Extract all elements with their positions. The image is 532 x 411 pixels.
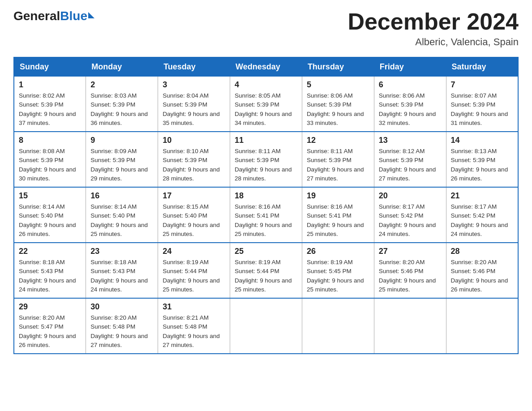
day-info: Sunrise: 8:06 AMSunset: 5:39 PMDaylight:…: [307, 91, 369, 128]
logo: General Blue: [13, 9, 94, 23]
day-info: Sunrise: 8:14 AMSunset: 5:40 PMDaylight:…: [19, 202, 81, 239]
day-info: Sunrise: 8:16 AMSunset: 5:41 PMDaylight:…: [235, 202, 297, 239]
day-number: 17: [163, 191, 225, 201]
day-info: Sunrise: 8:08 AMSunset: 5:39 PMDaylight:…: [19, 147, 81, 183]
day-number: 31: [163, 302, 225, 312]
calendar-cell: 13Sunrise: 8:12 AMSunset: 5:39 PMDayligh…: [374, 132, 446, 187]
day-info: Sunrise: 8:07 AMSunset: 5:39 PMDaylight:…: [451, 91, 513, 128]
header-thursday: Thursday: [302, 57, 374, 77]
calendar-cell: [446, 298, 518, 354]
calendar-cell: 1Sunrise: 8:02 AMSunset: 5:39 PMDaylight…: [14, 77, 86, 132]
calendar-week-row: 15Sunrise: 8:14 AMSunset: 5:40 PMDayligh…: [14, 187, 518, 243]
calendar-cell: 22Sunrise: 8:18 AMSunset: 5:43 PMDayligh…: [14, 243, 86, 298]
day-info: Sunrise: 8:03 AMSunset: 5:39 PMDaylight:…: [90, 91, 153, 128]
calendar-cell: 12Sunrise: 8:11 AMSunset: 5:39 PMDayligh…: [302, 132, 374, 187]
header-sunday: Sunday: [14, 57, 86, 77]
month-title: December 2024: [348, 9, 519, 34]
day-number: 20: [379, 191, 442, 201]
day-info: Sunrise: 8:20 AMSunset: 5:48 PMDaylight:…: [90, 313, 153, 350]
calendar-cell: 7Sunrise: 8:07 AMSunset: 5:39 PMDaylight…: [446, 77, 518, 132]
calendar-cell: 16Sunrise: 8:14 AMSunset: 5:40 PMDayligh…: [86, 187, 158, 243]
logo-general-text: General: [13, 9, 60, 23]
day-info: Sunrise: 8:12 AMSunset: 5:39 PMDaylight:…: [379, 147, 442, 183]
day-number: 14: [451, 136, 513, 145]
header-tuesday: Tuesday: [158, 57, 230, 77]
day-info: Sunrise: 8:13 AMSunset: 5:39 PMDaylight:…: [451, 147, 513, 183]
logo-triangle-icon: [88, 12, 94, 18]
day-info: Sunrise: 8:21 AMSunset: 5:48 PMDaylight:…: [163, 313, 225, 350]
title-block: December 2024 Alberic, Valencia, Spain: [348, 9, 519, 48]
day-number: 11: [235, 136, 297, 145]
day-info: Sunrise: 8:06 AMSunset: 5:39 PMDaylight:…: [379, 91, 442, 128]
calendar-cell: 10Sunrise: 8:10 AMSunset: 5:39 PMDayligh…: [158, 132, 230, 187]
calendar-cell: [302, 298, 374, 354]
day-number: 18: [235, 191, 297, 201]
calendar-cell: [230, 298, 302, 354]
day-number: 7: [451, 80, 513, 90]
day-number: 6: [379, 80, 442, 90]
day-number: 22: [19, 247, 81, 256]
day-info: Sunrise: 8:18 AMSunset: 5:43 PMDaylight:…: [90, 258, 153, 294]
day-number: 13: [379, 136, 442, 145]
calendar-cell: 30Sunrise: 8:20 AMSunset: 5:48 PMDayligh…: [86, 298, 158, 354]
logo-blue-part: Blue: [60, 9, 94, 23]
day-info: Sunrise: 8:17 AMSunset: 5:42 PMDaylight:…: [451, 202, 513, 239]
day-info: Sunrise: 8:11 AMSunset: 5:39 PMDaylight:…: [307, 147, 369, 183]
day-info: Sunrise: 8:20 AMSunset: 5:47 PMDaylight:…: [19, 313, 81, 350]
calendar-week-row: 1Sunrise: 8:02 AMSunset: 5:39 PMDaylight…: [14, 77, 518, 132]
day-info: Sunrise: 8:15 AMSunset: 5:40 PMDaylight:…: [163, 202, 225, 239]
day-number: 15: [19, 191, 81, 201]
calendar-cell: 24Sunrise: 8:19 AMSunset: 5:44 PMDayligh…: [158, 243, 230, 298]
calendar-cell: 29Sunrise: 8:20 AMSunset: 5:47 PMDayligh…: [14, 298, 86, 354]
day-number: 12: [307, 136, 369, 145]
day-number: 29: [19, 302, 81, 312]
day-number: 21: [451, 191, 513, 201]
calendar-cell: 20Sunrise: 8:17 AMSunset: 5:42 PMDayligh…: [374, 187, 446, 243]
day-number: 25: [235, 247, 297, 256]
day-number: 9: [90, 136, 153, 145]
day-number: 26: [307, 247, 369, 256]
day-number: 30: [90, 302, 153, 312]
day-number: 10: [163, 136, 225, 145]
day-number: 23: [90, 247, 153, 256]
day-info: Sunrise: 8:11 AMSunset: 5:39 PMDaylight:…: [235, 147, 297, 183]
calendar-week-row: 22Sunrise: 8:18 AMSunset: 5:43 PMDayligh…: [14, 243, 518, 298]
location-subtitle: Alberic, Valencia, Spain: [348, 36, 519, 48]
calendar-header-row: SundayMondayTuesdayWednesdayThursdayFrid…: [14, 57, 518, 77]
day-info: Sunrise: 8:09 AMSunset: 5:39 PMDaylight:…: [90, 147, 153, 183]
calendar-cell: 4Sunrise: 8:05 AMSunset: 5:39 PMDaylight…: [230, 77, 302, 132]
calendar-cell: 26Sunrise: 8:19 AMSunset: 5:45 PMDayligh…: [302, 243, 374, 298]
calendar-cell: 17Sunrise: 8:15 AMSunset: 5:40 PMDayligh…: [158, 187, 230, 243]
calendar-cell: 23Sunrise: 8:18 AMSunset: 5:43 PMDayligh…: [86, 243, 158, 298]
calendar-cell: [374, 298, 446, 354]
header-saturday: Saturday: [446, 57, 518, 77]
calendar-cell: 2Sunrise: 8:03 AMSunset: 5:39 PMDaylight…: [86, 77, 158, 132]
day-number: 2: [90, 80, 153, 90]
day-info: Sunrise: 8:17 AMSunset: 5:42 PMDaylight:…: [379, 202, 442, 239]
day-info: Sunrise: 8:14 AMSunset: 5:40 PMDaylight:…: [90, 202, 153, 239]
header-friday: Friday: [374, 57, 446, 77]
day-info: Sunrise: 8:20 AMSunset: 5:46 PMDaylight:…: [379, 258, 442, 294]
header-monday: Monday: [86, 57, 158, 77]
day-info: Sunrise: 8:02 AMSunset: 5:39 PMDaylight:…: [19, 91, 81, 128]
day-info: Sunrise: 8:05 AMSunset: 5:39 PMDaylight:…: [235, 91, 297, 128]
day-number: 1: [19, 80, 81, 90]
calendar-cell: 9Sunrise: 8:09 AMSunset: 5:39 PMDaylight…: [86, 132, 158, 187]
calendar-cell: 31Sunrise: 8:21 AMSunset: 5:48 PMDayligh…: [158, 298, 230, 354]
calendar-cell: 19Sunrise: 8:16 AMSunset: 5:41 PMDayligh…: [302, 187, 374, 243]
day-number: 8: [19, 136, 81, 145]
day-info: Sunrise: 8:19 AMSunset: 5:45 PMDaylight:…: [307, 258, 369, 294]
calendar-cell: 5Sunrise: 8:06 AMSunset: 5:39 PMDaylight…: [302, 77, 374, 132]
day-info: Sunrise: 8:04 AMSunset: 5:39 PMDaylight:…: [163, 91, 225, 128]
day-number: 27: [379, 247, 442, 256]
day-info: Sunrise: 8:18 AMSunset: 5:43 PMDaylight:…: [19, 258, 81, 294]
day-info: Sunrise: 8:19 AMSunset: 5:44 PMDaylight:…: [235, 258, 297, 294]
calendar-cell: 6Sunrise: 8:06 AMSunset: 5:39 PMDaylight…: [374, 77, 446, 132]
day-number: 5: [307, 80, 369, 90]
day-number: 3: [163, 80, 225, 90]
page-header: General Blue December 2024 Alberic, Vale…: [13, 9, 519, 48]
calendar-cell: 21Sunrise: 8:17 AMSunset: 5:42 PMDayligh…: [446, 187, 518, 243]
day-info: Sunrise: 8:20 AMSunset: 5:46 PMDaylight:…: [451, 258, 513, 294]
header-wednesday: Wednesday: [230, 57, 302, 77]
day-number: 28: [451, 247, 513, 256]
